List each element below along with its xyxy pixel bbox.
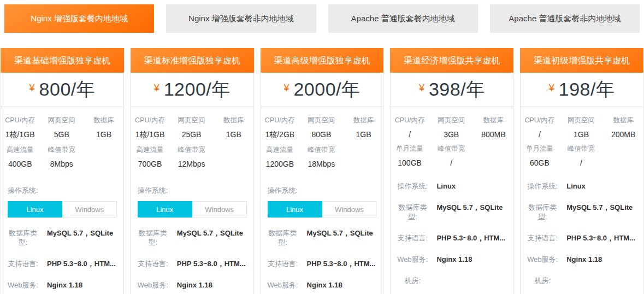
spec-cpu: CPU/内存1核/1GB bbox=[1, 116, 39, 140]
spec-cpu: CPU/内存/ bbox=[521, 116, 558, 139]
spec-webspace: 网页空间1GB bbox=[559, 116, 604, 139]
plan-tab-bar: Nginx 增强版套餐内地地域 Nginx 增强版套餐非内地地域 Apache … bbox=[0, 0, 644, 33]
os-label: 操作系统: bbox=[138, 186, 253, 196]
os-option-windows[interactable]: Windows bbox=[192, 201, 247, 217]
spec-webspace: 网页空间5GB bbox=[39, 116, 84, 140]
spec-traffic: 高速流量400GB bbox=[1, 145, 39, 168]
spec-bandwidth: 峰值带宽18Mbps bbox=[299, 145, 344, 168]
specs-grid: CPU/内存1核/2GB 网页空间80GB 数据库1GB 高速流量1200GB … bbox=[261, 107, 383, 175]
specs-grid: CPU/内存/ 网页空间1GB 数据库200MB 单月流量60GB 峰值带宽/ bbox=[521, 107, 643, 174]
os-label: 操作系统: bbox=[8, 186, 123, 196]
os-toggle: Linux Windows bbox=[8, 201, 117, 217]
detail-languages: 支持语言:PHP 5.3~8.0，HTM... bbox=[134, 259, 248, 268]
currency-symbol: ¥ bbox=[283, 83, 289, 94]
pricing-card-row: 渠道基础增强版独享虚机 ¥ 800/年 CPU/内存1核/1GB 网页空间5GB… bbox=[0, 48, 644, 294]
plan-card-entry: 渠道初级增强版共享虚机 ¥ 198/年 CPU/内存/ 网页空间1GB 数据库2… bbox=[520, 48, 643, 294]
os-option-linux[interactable]: Linux bbox=[138, 201, 192, 217]
plan-title: 渠道高级增强版独享虚机 bbox=[261, 48, 384, 73]
os-label: 操作系统: bbox=[268, 186, 383, 196]
os-option-windows[interactable]: Windows bbox=[322, 201, 377, 217]
detail-web-service: Web服务:Nginx 1.18 bbox=[394, 255, 507, 264]
plan-title: 渠道基础增强版独享虚机 bbox=[1, 48, 124, 73]
plan-card-economy: 渠道经济增强版共享虚机 ¥ 398/年 CPU/内存/ 网页空间3GB 数据库8… bbox=[390, 48, 513, 294]
plan-title: 渠道标准增强版独享虚机 bbox=[131, 48, 254, 73]
detail-datacenter: 机房: bbox=[394, 276, 507, 285]
detail-languages: 支持语言:PHP 5.3~8.0，HTM... bbox=[264, 259, 378, 268]
plan-card-advanced: 渠道高级增强版独享虚机 ¥ 2000/年 CPU/内存1核/2GB 网页空间80… bbox=[261, 48, 384, 294]
plan-price: ¥ 398/年 bbox=[391, 73, 513, 107]
currency-symbol: ¥ bbox=[154, 83, 159, 94]
spec-traffic: 高速流量700GB bbox=[131, 145, 169, 168]
os-option-linux[interactable]: Linux bbox=[268, 201, 322, 217]
spec-bandwidth: 峰值带宽/ bbox=[559, 144, 604, 167]
detail-web-service: Web服务:Nginx 1.18 bbox=[4, 280, 118, 290]
detail-web-service: Web服务:Nginx 1.18 bbox=[264, 280, 378, 290]
specs-grid: CPU/内存1核/1GB 网页空间25GB 数据库1GB 高速流量700GB 峰… bbox=[131, 107, 253, 175]
currency-symbol: ¥ bbox=[549, 83, 554, 94]
spec-database: 数据库200MB bbox=[604, 116, 643, 139]
specs-grid: CPU/内存1核/1GB 网页空间5GB 数据库1GB 高速流量400GB 峰值… bbox=[1, 107, 123, 175]
price-value: 1200/年 bbox=[164, 77, 231, 102]
spec-database: 数据库1GB bbox=[344, 116, 383, 140]
detail-web-service: Web服务:Nginx 1.18 bbox=[134, 280, 248, 290]
plan-price: ¥ 800/年 bbox=[1, 73, 123, 107]
detail-languages: 支持语言:PHP 5.3~8.0，HTM... bbox=[4, 259, 118, 268]
detail-languages: 支持语言:PHP 5.3~8.0，HTM... bbox=[524, 233, 637, 243]
detail-db-type: 数据库类型:MySQL 5.7，SQLite bbox=[134, 228, 248, 247]
plan-card-standard: 渠道标准增强版独享虚机 ¥ 1200/年 CPU/内存1核/1GB 网页空间25… bbox=[131, 48, 254, 294]
spec-traffic: 单月流量60GB bbox=[521, 144, 558, 167]
price-value: 398/年 bbox=[429, 77, 485, 102]
spec-traffic: 单月流量100GB bbox=[391, 144, 428, 167]
spec-bandwidth: 峰值带宽12Mbps bbox=[169, 145, 214, 168]
tab-nginx-enhanced-mainland[interactable]: Nginx 增强版套餐内地地域 bbox=[4, 4, 154, 33]
plan-title: 渠道经济增强版共享虚机 bbox=[390, 48, 513, 73]
specs-grid: CPU/内存/ 网页空间3GB 数据库800MB 单月流量100GB 峰值带宽/ bbox=[391, 107, 513, 174]
os-option-windows[interactable]: Windows bbox=[62, 201, 117, 217]
detail-os: 操作系统:Linux bbox=[394, 181, 507, 191]
spec-cpu: CPU/内存1核/2GB bbox=[261, 116, 299, 140]
os-toggle: Linux Windows bbox=[268, 201, 377, 217]
spec-database: 数据库1GB bbox=[214, 116, 253, 140]
price-value: 2000/年 bbox=[293, 77, 360, 102]
detail-db-type: 数据库类型:MySQL 5.7，SQLite bbox=[524, 203, 637, 221]
plan-card-basic: 渠道基础增强版独享虚机 ¥ 800/年 CPU/内存1核/1GB 网页空间5GB… bbox=[1, 48, 124, 294]
tab-nginx-enhanced-non-mainland[interactable]: Nginx 增强版套餐非内地地域 bbox=[166, 4, 316, 33]
price-value: 800/年 bbox=[39, 77, 96, 102]
detail-os: 操作系统:Linux bbox=[524, 181, 637, 191]
spec-cpu: CPU/内存/ bbox=[391, 116, 428, 139]
plan-price: ¥ 198/年 bbox=[521, 73, 643, 107]
tab-apache-basic-mainland[interactable]: Apache 普通版套餐内地地域 bbox=[328, 4, 478, 33]
os-option-linux[interactable]: Linux bbox=[8, 201, 62, 217]
currency-symbol: ¥ bbox=[29, 83, 35, 94]
spec-webspace: 网页空间25GB bbox=[169, 116, 214, 140]
spec-cpu: CPU/内存1核/1GB bbox=[131, 116, 169, 140]
spec-database: 数据库800MB bbox=[474, 116, 513, 139]
spec-webspace: 网页空间3GB bbox=[429, 116, 474, 139]
tab-apache-basic-non-mainland[interactable]: Apache 普通版套餐非内地地域 bbox=[490, 4, 640, 33]
spec-database: 数据库1GB bbox=[84, 116, 123, 140]
currency-symbol: ¥ bbox=[419, 83, 424, 94]
detail-db-type: 数据库类型:MySQL 5.7，SQLite bbox=[264, 228, 378, 247]
detail-languages: 支持语言:PHP 5.3~8.0，HTM... bbox=[394, 233, 507, 243]
plan-price: ¥ 1200/年 bbox=[131, 73, 253, 107]
spec-traffic: 高速流量1200GB bbox=[261, 145, 299, 168]
detail-web-service: Web服务:Nginx 1.18 bbox=[524, 255, 637, 264]
price-value: 198/年 bbox=[559, 77, 615, 102]
detail-datacenter: 机房: bbox=[524, 276, 637, 285]
plan-price: ¥ 2000/年 bbox=[261, 73, 383, 107]
detail-db-type: 数据库类型:MySQL 5.7，SQLite bbox=[4, 228, 118, 247]
os-toggle: Linux Windows bbox=[138, 201, 247, 217]
detail-db-type: 数据库类型:MySQL 5.7，SQLite bbox=[394, 203, 507, 221]
plan-title: 渠道初级增强版共享虚机 bbox=[520, 48, 643, 73]
spec-bandwidth: 峰值带宽/ bbox=[429, 144, 474, 167]
spec-bandwidth: 峰值带宽8Mbps bbox=[39, 145, 84, 168]
spec-webspace: 网页空间80GB bbox=[299, 116, 344, 140]
